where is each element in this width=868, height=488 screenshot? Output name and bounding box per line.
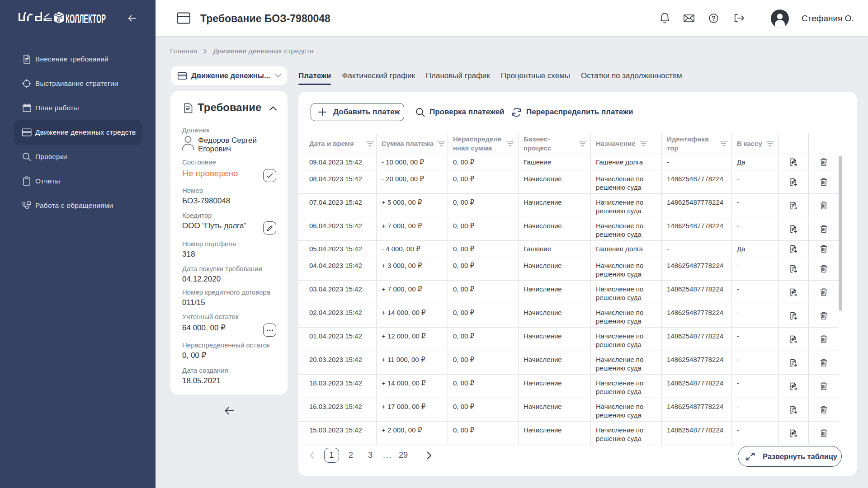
svg-text:КОЛЛЕКТОР: КОЛЛЕКТОР: [66, 12, 106, 26]
